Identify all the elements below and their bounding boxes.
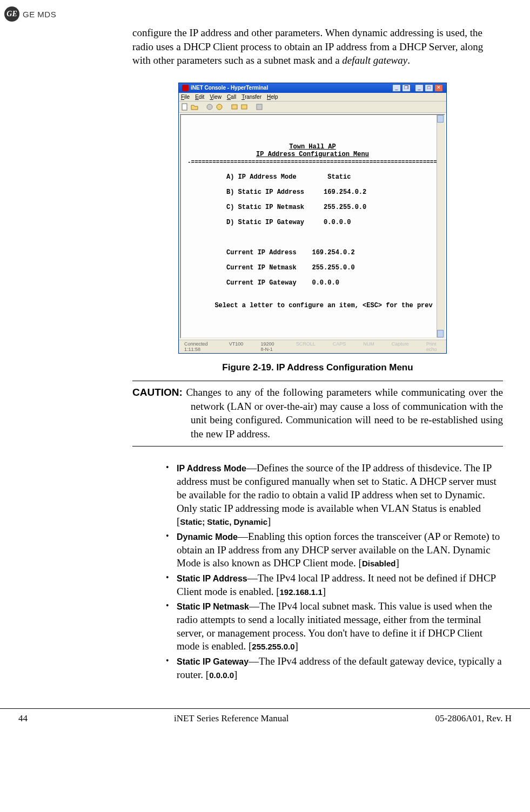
intro-paragraph: configure the IP address and other param…	[132, 26, 503, 67]
terminal-content: Town Hall AP IP Address Configuration Me…	[181, 136, 444, 309]
status-caps: CAPS	[330, 341, 350, 352]
status-bar: Connected 1:11:58 VT100 19200 8-N-1 SCRO…	[179, 340, 446, 353]
minimize-icon[interactable]: _	[392, 84, 401, 92]
svg-point-2	[217, 104, 222, 110]
svg-point-1	[207, 104, 212, 110]
disconnect-icon[interactable]	[216, 103, 223, 111]
status-time: Connected 1:11:58	[181, 341, 215, 352]
app-icon	[182, 85, 189, 91]
maximize-icon[interactable]: □	[425, 84, 433, 92]
minimize2-icon[interactable]: _	[415, 84, 424, 92]
footer-title: iNET Series Reference Manual	[174, 713, 289, 724]
close-icon[interactable]: ✕	[434, 84, 443, 92]
list-item: Static IP Netmask—The IPv4 local subnet …	[166, 600, 503, 653]
open-icon[interactable]	[191, 103, 198, 111]
restore-icon[interactable]: ❐	[402, 84, 411, 92]
status-scroll: SCROLL	[293, 341, 319, 352]
status-capture: Capture	[388, 341, 412, 352]
brand-text: GE MDS	[23, 10, 56, 19]
page-footer: 44 iNET Series Reference Manual 05-2806A…	[0, 708, 530, 735]
terminal-body: Town Hall AP IP Address Configuration Me…	[180, 114, 445, 339]
window-controls: _ ❐ _ □ ✕	[392, 84, 443, 92]
terminal-screenshot: iNET Console - HyperTerminal _ ❐ _ □ ✕ F…	[178, 83, 447, 354]
scrollbar[interactable]	[437, 115, 444, 337]
status-speed: 19200 8-N-1	[257, 341, 281, 352]
connect-icon[interactable]	[206, 103, 213, 111]
bullet-list: IP Address Mode—Defines the source of th…	[132, 462, 503, 681]
page-header: GE GE MDS	[0, 0, 530, 26]
caution-block: CAUTION: Changes to any of the following…	[132, 381, 503, 447]
svg-rect-4	[241, 105, 247, 109]
menu-call[interactable]: Call	[227, 94, 236, 100]
properties-icon[interactable]	[256, 103, 263, 111]
caution-text: CAUTION: Changes to any of the following…	[132, 385, 503, 441]
scroll-up-icon[interactable]	[437, 115, 444, 123]
send-icon[interactable]	[231, 103, 238, 111]
svg-rect-0	[182, 104, 187, 110]
menu-file[interactable]: File	[181, 94, 190, 100]
list-item: IP Address Mode—Defines the source of th…	[166, 462, 503, 528]
menu-edit[interactable]: Edit	[195, 94, 204, 100]
svg-rect-5	[257, 104, 262, 110]
status-print: Print echo	[423, 341, 444, 352]
menu-view[interactable]: View	[210, 94, 222, 100]
footer-page-number: 44	[18, 713, 28, 724]
status-emulation: VT100	[226, 341, 247, 352]
status-num: NUM	[360, 341, 378, 352]
toolbar	[179, 102, 446, 113]
list-item: Static IP Address—The IPv4 local IP addr…	[166, 572, 503, 598]
ge-logo-icon: GE	[4, 6, 19, 22]
window-titlebar: iNET Console - HyperTerminal _ ❐ _ □ ✕	[179, 83, 446, 93]
menu-bar: File Edit View Call Transfer Help	[179, 93, 446, 102]
svg-rect-3	[232, 105, 237, 109]
content-area: configure the IP address and other param…	[0, 26, 530, 681]
list-item: Static IP Gateway—The IPv4 address of th…	[166, 655, 503, 681]
scroll-down-icon[interactable]	[437, 330, 444, 337]
menu-transfer[interactable]: Transfer	[241, 94, 261, 100]
window-title: iNET Console - HyperTerminal	[191, 85, 268, 91]
footer-docid: 05-2806A01, Rev. H	[435, 713, 512, 724]
list-item: Dynamic Mode—Enabling this option forces…	[166, 530, 503, 570]
menu-help[interactable]: Help	[267, 94, 278, 100]
figure-caption: Figure 2-19. IP Address Configuration Me…	[132, 362, 503, 373]
receive-icon[interactable]	[240, 103, 248, 111]
new-icon[interactable]	[181, 103, 189, 111]
